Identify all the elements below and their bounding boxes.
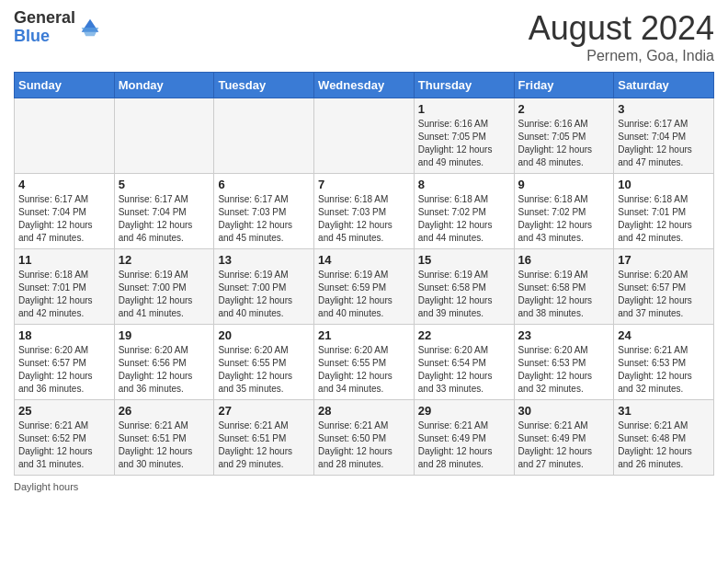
svg-marker-1 [82, 28, 99, 36]
day-number: 12 [119, 253, 210, 267]
day-info: Sunrise: 6:20 AM Sunset: 6:55 PM Dayligh… [218, 344, 310, 396]
footer: Daylight hours [14, 481, 714, 492]
daylight-hours-label: Daylight hours [14, 481, 78, 492]
day-number: 22 [418, 328, 510, 342]
day-number: 25 [18, 404, 110, 418]
day-info: Sunrise: 6:19 AM Sunset: 7:00 PM Dayligh… [218, 269, 310, 320]
calendar-cell [214, 98, 314, 174]
day-info: Sunrise: 6:18 AM Sunset: 7:03 PM Dayligh… [318, 193, 410, 245]
calendar-day-header: Saturday [614, 73, 714, 98]
day-number: 5 [119, 178, 210, 191]
logo-icon [77, 15, 103, 40]
day-number: 24 [618, 328, 710, 342]
calendar-day-header: Monday [114, 73, 214, 98]
calendar-week-row: 1Sunrise: 6:16 AM Sunset: 7:05 PM Daylig… [15, 98, 714, 174]
calendar-cell: 29Sunrise: 6:21 AM Sunset: 6:49 PM Dayli… [414, 400, 514, 476]
title-block: August 2024 Pernem, Goa, India [529, 9, 714, 64]
day-number: 23 [518, 328, 610, 342]
calendar-cell: 5Sunrise: 6:17 AM Sunset: 7:04 PM Daylig… [114, 174, 214, 249]
calendar-table: SundayMondayTuesdayWednesdayThursdayFrid… [14, 72, 714, 476]
day-number: 15 [418, 253, 510, 267]
calendar-cell: 6Sunrise: 6:17 AM Sunset: 7:03 PM Daylig… [214, 174, 314, 249]
calendar-cell: 14Sunrise: 6:19 AM Sunset: 6:59 PM Dayli… [314, 249, 415, 325]
day-info: Sunrise: 6:17 AM Sunset: 7:04 PM Dayligh… [618, 118, 710, 169]
day-info: Sunrise: 6:18 AM Sunset: 7:02 PM Dayligh… [518, 193, 610, 245]
day-number: 20 [218, 328, 310, 342]
day-number: 16 [518, 253, 610, 267]
calendar-cell: 31Sunrise: 6:21 AM Sunset: 6:48 PM Dayli… [614, 400, 714, 476]
day-number: 1 [418, 102, 510, 116]
calendar-week-row: 18Sunrise: 6:20 AM Sunset: 6:57 PM Dayli… [15, 325, 714, 400]
calendar-week-row: 25Sunrise: 6:21 AM Sunset: 6:52 PM Dayli… [15, 400, 714, 476]
day-info: Sunrise: 6:19 AM Sunset: 6:59 PM Dayligh… [318, 269, 410, 320]
day-info: Sunrise: 6:21 AM Sunset: 6:53 PM Dayligh… [618, 344, 710, 396]
calendar-cell: 1Sunrise: 6:16 AM Sunset: 7:05 PM Daylig… [414, 98, 514, 174]
day-number: 18 [18, 328, 110, 342]
calendar-cell: 12Sunrise: 6:19 AM Sunset: 7:00 PM Dayli… [114, 249, 214, 325]
day-info: Sunrise: 6:20 AM Sunset: 6:54 PM Dayligh… [418, 344, 510, 396]
day-info: Sunrise: 6:18 AM Sunset: 7:02 PM Dayligh… [418, 193, 510, 245]
calendar-cell: 23Sunrise: 6:20 AM Sunset: 6:53 PM Dayli… [514, 325, 614, 400]
calendar-cell: 30Sunrise: 6:21 AM Sunset: 6:49 PM Dayli… [514, 400, 614, 476]
calendar-cell: 13Sunrise: 6:19 AM Sunset: 7:00 PM Dayli… [214, 249, 314, 325]
day-info: Sunrise: 6:17 AM Sunset: 7:03 PM Dayligh… [218, 193, 310, 245]
logo-text: General Blue [14, 9, 75, 46]
day-number: 8 [418, 178, 510, 191]
page-header: General Blue August 2024 Pernem, Goa, In… [14, 9, 714, 64]
calendar-cell: 21Sunrise: 6:20 AM Sunset: 6:55 PM Dayli… [314, 325, 415, 400]
day-number: 13 [218, 253, 310, 267]
calendar-cell: 16Sunrise: 6:19 AM Sunset: 6:58 PM Dayli… [514, 249, 614, 325]
day-info: Sunrise: 6:17 AM Sunset: 7:04 PM Dayligh… [18, 193, 110, 245]
calendar-cell: 26Sunrise: 6:21 AM Sunset: 6:51 PM Dayli… [114, 400, 214, 476]
day-info: Sunrise: 6:21 AM Sunset: 6:50 PM Dayligh… [318, 419, 410, 471]
day-number: 10 [618, 178, 710, 191]
calendar-cell [114, 98, 214, 174]
logo-blue: Blue [14, 28, 75, 46]
day-info: Sunrise: 6:21 AM Sunset: 6:49 PM Dayligh… [418, 419, 510, 471]
logo-general: General [14, 9, 75, 28]
day-number: 2 [518, 102, 610, 116]
day-number: 4 [18, 178, 110, 191]
day-number: 27 [218, 404, 310, 418]
calendar-cell: 10Sunrise: 6:18 AM Sunset: 7:01 PM Dayli… [614, 174, 714, 249]
calendar-cell: 22Sunrise: 6:20 AM Sunset: 6:54 PM Dayli… [414, 325, 514, 400]
day-info: Sunrise: 6:21 AM Sunset: 6:48 PM Dayligh… [618, 419, 710, 471]
day-info: Sunrise: 6:18 AM Sunset: 7:01 PM Dayligh… [618, 193, 710, 245]
calendar-cell: 3Sunrise: 6:17 AM Sunset: 7:04 PM Daylig… [614, 98, 714, 174]
calendar-day-header: Sunday [15, 73, 115, 98]
day-info: Sunrise: 6:16 AM Sunset: 7:05 PM Dayligh… [518, 118, 610, 169]
calendar-cell: 19Sunrise: 6:20 AM Sunset: 6:56 PM Dayli… [114, 325, 214, 400]
calendar-cell: 28Sunrise: 6:21 AM Sunset: 6:50 PM Dayli… [314, 400, 415, 476]
main-title: August 2024 [529, 9, 714, 48]
day-number: 7 [318, 178, 410, 191]
day-info: Sunrise: 6:21 AM Sunset: 6:49 PM Dayligh… [518, 419, 610, 471]
calendar-header-row: SundayMondayTuesdayWednesdayThursdayFrid… [15, 73, 714, 98]
calendar-cell [15, 98, 115, 174]
day-info: Sunrise: 6:20 AM Sunset: 6:53 PM Dayligh… [518, 344, 610, 396]
calendar-cell: 9Sunrise: 6:18 AM Sunset: 7:02 PM Daylig… [514, 174, 614, 249]
calendar-day-header: Friday [514, 73, 614, 98]
day-number: 26 [119, 404, 210, 418]
day-info: Sunrise: 6:19 AM Sunset: 7:00 PM Dayligh… [119, 269, 210, 320]
calendar-cell: 15Sunrise: 6:19 AM Sunset: 6:58 PM Dayli… [414, 249, 514, 325]
day-number: 11 [18, 253, 110, 267]
day-number: 19 [119, 328, 210, 342]
calendar-cell: 4Sunrise: 6:17 AM Sunset: 7:04 PM Daylig… [15, 174, 115, 249]
calendar-day-header: Thursday [414, 73, 514, 98]
calendar-cell: 27Sunrise: 6:21 AM Sunset: 6:51 PM Dayli… [214, 400, 314, 476]
day-info: Sunrise: 6:20 AM Sunset: 6:55 PM Dayligh… [318, 344, 410, 396]
day-info: Sunrise: 6:21 AM Sunset: 6:51 PM Dayligh… [119, 419, 210, 471]
day-info: Sunrise: 6:18 AM Sunset: 7:01 PM Dayligh… [18, 269, 110, 320]
day-info: Sunrise: 6:16 AM Sunset: 7:05 PM Dayligh… [418, 118, 510, 169]
day-number: 28 [318, 404, 410, 418]
calendar-cell: 24Sunrise: 6:21 AM Sunset: 6:53 PM Dayli… [614, 325, 714, 400]
calendar-cell [314, 98, 415, 174]
calendar-week-row: 11Sunrise: 6:18 AM Sunset: 7:01 PM Dayli… [15, 249, 714, 325]
calendar-cell: 25Sunrise: 6:21 AM Sunset: 6:52 PM Dayli… [15, 400, 115, 476]
calendar-week-row: 4Sunrise: 6:17 AM Sunset: 7:04 PM Daylig… [15, 174, 714, 249]
calendar-cell: 7Sunrise: 6:18 AM Sunset: 7:03 PM Daylig… [314, 174, 415, 249]
calendar-day-header: Wednesday [314, 73, 415, 98]
day-number: 17 [618, 253, 710, 267]
day-number: 31 [618, 404, 710, 418]
day-info: Sunrise: 6:21 AM Sunset: 6:52 PM Dayligh… [18, 419, 110, 471]
